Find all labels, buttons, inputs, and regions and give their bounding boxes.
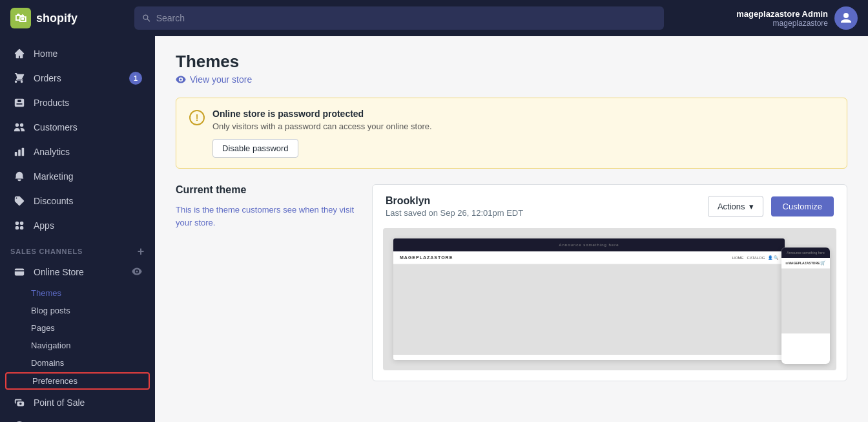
- apps-icon: [13, 219, 26, 232]
- password-banner: ! Online store is password protected Onl…: [176, 98, 847, 169]
- preview-eye-icon[interactable]: [132, 266, 142, 279]
- search-input[interactable]: [156, 13, 656, 23]
- preview-mobile-announcement: Announce something here: [787, 251, 824, 255]
- eye-icon: [176, 74, 186, 85]
- preview-mobile-body: [781, 269, 830, 333]
- theme-name: Brooklyn: [386, 195, 700, 207]
- main-layout: Home Orders 1 Products Customers: [0, 36, 868, 422]
- add-sales-channel-button[interactable]: +: [138, 246, 145, 257]
- sidebar-item-home-label: Home: [34, 48, 57, 59]
- products-icon: [13, 96, 26, 109]
- logo-text: shopify: [36, 12, 78, 25]
- theme-preview: Announce something here MAGEPLAZASTORE H…: [383, 228, 836, 370]
- sidebar-sub-item-themes[interactable]: Themes: [0, 284, 155, 302]
- home-icon: [13, 47, 26, 60]
- sidebar-item-orders-label: Orders: [34, 73, 61, 83]
- view-store-link[interactable]: View your store: [176, 74, 847, 85]
- chevron-down-icon: ▾: [749, 202, 754, 211]
- avatar[interactable]: [834, 6, 858, 30]
- preview-nav-items: HOME CATALOG 👤 🔍: [732, 255, 778, 260]
- preview-mobile-cart-icon: 🛒: [820, 260, 826, 266]
- sidebar-sub-item-domains[interactable]: Domains: [0, 354, 155, 372]
- sidebar-item-products-label: Products: [34, 98, 69, 108]
- disable-password-button[interactable]: Disable password: [212, 139, 298, 158]
- orders-badge: 1: [129, 72, 142, 85]
- shopify-icon: 🛍: [10, 8, 31, 28]
- orders-icon: [13, 72, 26, 85]
- sidebar-item-orders[interactable]: Orders 1: [3, 67, 152, 90]
- sales-channels-label: SALES CHANNELS +: [0, 238, 155, 260]
- user-menu[interactable]: mageplazastore Admin mageplazastore: [736, 6, 858, 30]
- sidebar-item-analytics[interactable]: Analytics: [3, 140, 152, 164]
- sidebar-item-pos-label: Point of Sale: [34, 397, 85, 408]
- sidebar-item-apps[interactable]: Apps: [3, 214, 152, 237]
- current-theme-description: This is the theme customers see when the…: [176, 204, 356, 229]
- customers-icon: [13, 121, 26, 134]
- view-store-label: View your store: [190, 74, 252, 85]
- sidebar-sub-item-blog-posts[interactable]: Blog posts: [0, 302, 155, 319]
- sidebar-sub-item-preferences[interactable]: Preferences: [5, 372, 150, 390]
- sidebar-sub-item-pages[interactable]: Pages: [0, 319, 155, 337]
- online-store-icon: [13, 266, 26, 279]
- sidebar-item-facebook[interactable]: Facebook: [3, 416, 152, 422]
- preview-store-name: MAGEPLAZASTORE: [400, 255, 453, 260]
- preview-desktop-body: [393, 264, 785, 355]
- search-icon: [142, 14, 151, 23]
- sidebar: Home Orders 1 Products Customers: [0, 36, 155, 422]
- customize-button[interactable]: Customize: [771, 196, 834, 216]
- warning-icon: !: [189, 110, 205, 125]
- sidebar-item-online-store[interactable]: Online Store: [3, 260, 152, 284]
- pos-icon: [13, 396, 26, 409]
- user-icon: [840, 12, 852, 25]
- sidebar-item-discounts[interactable]: Discounts: [3, 189, 152, 213]
- theme-card: Brooklyn Last saved on Sep 26, 12:01pm E…: [372, 184, 847, 381]
- sidebar-item-customers-label: Customers: [34, 122, 78, 132]
- warning-content: Online store is password protected Only …: [212, 109, 432, 158]
- preview-mobile-menu-icon: ≡: [785, 261, 788, 266]
- sidebar-sub-item-navigation[interactable]: Navigation: [0, 337, 155, 354]
- preview-desktop-announcement: Announce something here: [559, 243, 619, 247]
- user-store: mageplazastore: [736, 19, 828, 28]
- sidebar-item-customers[interactable]: Customers: [3, 116, 152, 139]
- theme-card-header: Brooklyn Last saved on Sep 26, 12:01pm E…: [373, 185, 847, 228]
- sidebar-item-analytics-label: Analytics: [34, 147, 70, 157]
- themes-section: Current theme This is the theme customer…: [176, 184, 847, 381]
- logo[interactable]: 🛍 shopify: [10, 8, 127, 28]
- topbar: 🛍 shopify mageplazastore Admin mageplaza…: [0, 0, 868, 36]
- search-bar[interactable]: [134, 6, 664, 30]
- discounts-icon: [13, 195, 26, 207]
- user-name: mageplazastore Admin: [736, 9, 828, 19]
- theme-saved: Last saved on Sep 26, 12:01pm EDT: [386, 208, 700, 218]
- sidebar-item-apps-label: Apps: [34, 220, 54, 231]
- sidebar-item-marketing[interactable]: Marketing: [3, 165, 152, 188]
- sidebar-item-products[interactable]: Products: [3, 91, 152, 114]
- preview-desktop: Announce something here MAGEPLAZASTORE H…: [393, 238, 785, 360]
- main-content: Themes View your store ! Online store is…: [155, 36, 868, 422]
- current-theme-title: Current theme: [176, 184, 356, 196]
- preview-mobile-store-name: MAGEPLAZASTORE: [789, 261, 820, 265]
- warning-title: Online store is password protected: [212, 109, 432, 119]
- sidebar-item-pos[interactable]: Point of Sale: [3, 391, 152, 414]
- sidebar-item-home[interactable]: Home: [3, 42, 152, 65]
- page-title: Themes: [176, 52, 847, 72]
- sidebar-item-marketing-label: Marketing: [34, 171, 73, 182]
- online-store-label: Online Store: [34, 267, 84, 277]
- analytics-icon: [13, 145, 26, 158]
- current-theme-desc: Current theme This is the theme customer…: [176, 184, 356, 381]
- preview-mobile: Announce something here ≡ MAGEPLAZASTORE…: [781, 248, 830, 364]
- sidebar-item-discounts-label: Discounts: [34, 196, 73, 206]
- warning-description: Only visitors with a password can access…: [212, 121, 432, 131]
- actions-button[interactable]: Actions ▾: [708, 196, 763, 217]
- marketing-icon: [13, 170, 26, 183]
